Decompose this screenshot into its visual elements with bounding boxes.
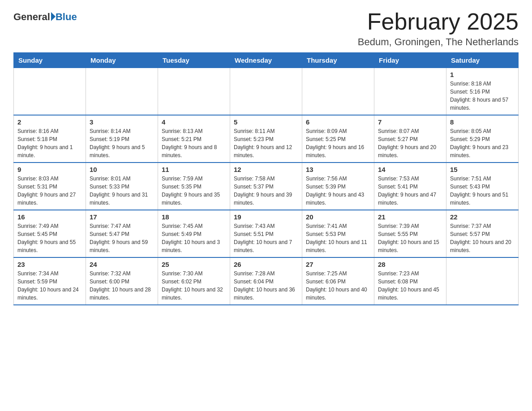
day-number: 1 [450,71,515,78]
month-title: February 2025 [358,9,519,34]
calendar-cell [374,68,446,116]
calendar-cell: 2Sunrise: 8:16 AMSunset: 5:18 PMDaylight… [14,115,86,163]
day-info: Sunrise: 8:18 AMSunset: 5:16 PMDaylight:… [450,80,515,112]
calendar-week-row: 23Sunrise: 7:34 AMSunset: 5:59 PMDayligh… [14,257,519,305]
day-number: 3 [90,118,154,126]
calendar-cell: 21Sunrise: 7:39 AMSunset: 5:55 PMDayligh… [374,210,446,257]
day-number: 23 [17,261,82,268]
day-number: 12 [234,166,298,173]
day-info: Sunrise: 7:47 AMSunset: 5:47 PMDaylight:… [90,222,154,254]
day-number: 24 [90,261,154,268]
day-info: Sunrise: 8:05 AMSunset: 5:29 PMDaylight:… [450,127,515,159]
day-info: Sunrise: 7:37 AMSunset: 5:57 PMDaylight:… [450,222,515,254]
calendar-cell [158,68,230,116]
calendar-cell: 20Sunrise: 7:41 AMSunset: 5:53 PMDayligh… [302,210,374,257]
calendar-cell: 26Sunrise: 7:28 AMSunset: 6:04 PMDayligh… [230,257,302,305]
weekday-header-monday: Monday [86,53,158,68]
calendar-cell: 12Sunrise: 7:58 AMSunset: 5:37 PMDayligh… [230,163,302,210]
calendar-cell [86,68,158,116]
day-number: 16 [17,213,82,221]
day-info: Sunrise: 7:58 AMSunset: 5:37 PMDaylight:… [234,175,298,207]
calendar-cell: 28Sunrise: 7:23 AMSunset: 6:08 PMDayligh… [374,257,446,305]
day-info: Sunrise: 7:51 AMSunset: 5:43 PMDaylight:… [450,175,515,207]
location-text: Bedum, Groningen, The Netherlands [358,36,519,48]
calendar-cell: 14Sunrise: 7:53 AMSunset: 5:41 PMDayligh… [374,163,446,210]
day-info: Sunrise: 8:03 AMSunset: 5:31 PMDaylight:… [17,175,82,207]
weekday-header-wednesday: Wednesday [230,53,302,68]
day-number: 10 [90,166,154,173]
day-number: 25 [162,261,226,268]
day-info: Sunrise: 8:14 AMSunset: 5:19 PMDaylight:… [90,127,154,159]
day-info: Sunrise: 7:28 AMSunset: 6:04 PMDaylight:… [234,270,298,302]
calendar-cell: 7Sunrise: 8:07 AMSunset: 5:27 PMDaylight… [374,115,446,163]
weekday-header-thursday: Thursday [302,53,374,68]
day-info: Sunrise: 8:07 AMSunset: 5:27 PMDaylight:… [378,127,442,159]
day-number: 13 [306,166,370,173]
day-number: 19 [234,213,298,221]
page-header: General Blue February 2025 Bedum, Gronin… [13,9,519,48]
calendar-cell: 4Sunrise: 8:13 AMSunset: 5:21 PMDaylight… [158,115,230,163]
calendar-cell: 18Sunrise: 7:45 AMSunset: 5:49 PMDayligh… [158,210,230,257]
weekday-header-row: SundayMondayTuesdayWednesdayThursdayFrid… [14,53,519,68]
day-number: 22 [450,213,515,221]
calendar-cell: 27Sunrise: 7:25 AMSunset: 6:06 PMDayligh… [302,257,374,305]
logo: General Blue [13,9,77,23]
day-info: Sunrise: 7:34 AMSunset: 5:59 PMDaylight:… [17,270,82,302]
day-info: Sunrise: 7:41 AMSunset: 5:53 PMDaylight:… [306,222,370,254]
calendar-header: SundayMondayTuesdayWednesdayThursdayFrid… [14,53,519,68]
calendar-cell: 25Sunrise: 7:30 AMSunset: 6:02 PMDayligh… [158,257,230,305]
logo-general-text: General [13,11,50,23]
day-info: Sunrise: 7:23 AMSunset: 6:08 PMDaylight:… [378,270,442,302]
calendar-cell: 11Sunrise: 7:59 AMSunset: 5:35 PMDayligh… [158,163,230,210]
calendar-cell: 17Sunrise: 7:47 AMSunset: 5:47 PMDayligh… [86,210,158,257]
logo-triangle-icon [51,12,56,21]
title-block: February 2025 Bedum, Groningen, The Neth… [358,9,519,48]
day-info: Sunrise: 7:43 AMSunset: 5:51 PMDaylight:… [234,222,298,254]
calendar-week-row: 9Sunrise: 8:03 AMSunset: 5:31 PMDaylight… [14,163,519,210]
calendar-week-row: 2Sunrise: 8:16 AMSunset: 5:18 PMDaylight… [14,115,519,163]
logo-blue-text: Blue [56,11,77,23]
calendar-cell: 24Sunrise: 7:32 AMSunset: 6:00 PMDayligh… [86,257,158,305]
day-info: Sunrise: 7:56 AMSunset: 5:39 PMDaylight:… [306,175,370,207]
calendar-cell: 6Sunrise: 8:09 AMSunset: 5:25 PMDaylight… [302,115,374,163]
calendar-cell: 5Sunrise: 8:11 AMSunset: 5:23 PMDaylight… [230,115,302,163]
weekday-header-tuesday: Tuesday [158,53,230,68]
day-info: Sunrise: 7:30 AMSunset: 6:02 PMDaylight:… [162,270,226,302]
day-number: 6 [306,118,370,126]
calendar-week-row: 16Sunrise: 7:49 AMSunset: 5:45 PMDayligh… [14,210,519,257]
day-info: Sunrise: 7:39 AMSunset: 5:55 PMDaylight:… [378,222,442,254]
day-number: 17 [90,213,154,221]
day-number: 21 [378,213,442,221]
day-number: 8 [450,118,515,126]
calendar-table: SundayMondayTuesdayWednesdayThursdayFrid… [13,52,519,305]
day-number: 14 [378,166,442,173]
day-info: Sunrise: 7:53 AMSunset: 5:41 PMDaylight:… [378,175,442,207]
calendar-cell: 19Sunrise: 7:43 AMSunset: 5:51 PMDayligh… [230,210,302,257]
calendar-cell [302,68,374,116]
calendar-cell: 13Sunrise: 7:56 AMSunset: 5:39 PMDayligh… [302,163,374,210]
day-info: Sunrise: 8:11 AMSunset: 5:23 PMDaylight:… [234,127,298,159]
day-info: Sunrise: 7:59 AMSunset: 5:35 PMDaylight:… [162,175,226,207]
calendar-cell: 16Sunrise: 7:49 AMSunset: 5:45 PMDayligh… [14,210,86,257]
calendar-cell: 9Sunrise: 8:03 AMSunset: 5:31 PMDaylight… [14,163,86,210]
day-number: 5 [234,118,298,126]
day-info: Sunrise: 8:16 AMSunset: 5:18 PMDaylight:… [17,127,82,159]
day-info: Sunrise: 8:13 AMSunset: 5:21 PMDaylight:… [162,127,226,159]
day-number: 28 [378,261,442,268]
day-number: 11 [162,166,226,173]
calendar-cell [230,68,302,116]
day-info: Sunrise: 7:25 AMSunset: 6:06 PMDaylight:… [306,270,370,302]
calendar-cell: 1Sunrise: 8:18 AMSunset: 5:16 PMDaylight… [446,68,519,116]
day-number: 18 [162,213,226,221]
calendar-cell: 8Sunrise: 8:05 AMSunset: 5:29 PMDaylight… [446,115,519,163]
day-info: Sunrise: 7:45 AMSunset: 5:49 PMDaylight:… [162,222,226,254]
calendar-cell: 22Sunrise: 7:37 AMSunset: 5:57 PMDayligh… [446,210,519,257]
calendar-cell: 15Sunrise: 7:51 AMSunset: 5:43 PMDayligh… [446,163,519,210]
calendar-cell: 3Sunrise: 8:14 AMSunset: 5:19 PMDaylight… [86,115,158,163]
day-info: Sunrise: 8:09 AMSunset: 5:25 PMDaylight:… [306,127,370,159]
calendar-cell [446,257,519,305]
day-number: 26 [234,261,298,268]
calendar-cell: 10Sunrise: 8:01 AMSunset: 5:33 PMDayligh… [86,163,158,210]
day-info: Sunrise: 8:01 AMSunset: 5:33 PMDaylight:… [90,175,154,207]
day-number: 9 [17,166,82,173]
